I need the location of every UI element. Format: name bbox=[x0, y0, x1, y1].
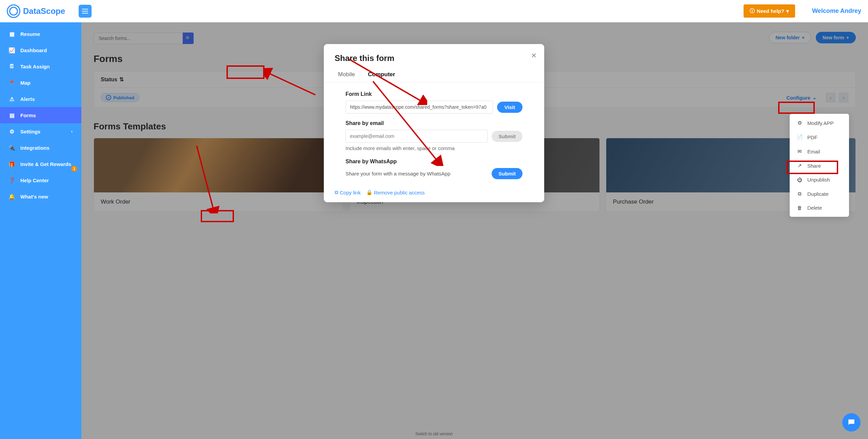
logo-icon bbox=[7, 4, 20, 18]
gear-icon: ⚙ bbox=[9, 128, 15, 134]
gift-icon: 🎁 bbox=[9, 161, 15, 167]
topbar: DataScope ⓘ Need help? ▾ Welcome Andrey bbox=[0, 0, 868, 22]
form-icon: ▤ bbox=[9, 112, 15, 118]
info-icon: ⓘ bbox=[750, 8, 755, 14]
tab-mobile[interactable]: Mobile bbox=[335, 69, 358, 82]
modal-tabs: Mobile Computer bbox=[324, 69, 544, 82]
tab-computer[interactable]: Computer bbox=[364, 69, 398, 82]
link-label: Copy link bbox=[340, 190, 361, 195]
need-help-button[interactable]: ⓘ Need help? ▾ bbox=[744, 4, 795, 18]
config-item-modify-app[interactable]: ⚙Modify APP bbox=[790, 116, 849, 130]
config-item-share[interactable]: ↗Share bbox=[790, 159, 849, 173]
pin-icon: 📍 bbox=[9, 80, 15, 86]
lock-icon: 🔒 bbox=[366, 189, 373, 195]
sidebar-item-label: Help Center bbox=[20, 177, 49, 183]
share-whatsapp-label: Share by WhatsApp bbox=[346, 159, 522, 165]
sidebar-item-label: Settings bbox=[20, 129, 40, 134]
brand-name: DataScope bbox=[23, 6, 65, 16]
sidebar-item-task-assign[interactable]: 🗓Task Assign bbox=[0, 58, 81, 75]
chart-icon: 📈 bbox=[9, 47, 15, 53]
sidebar-item-resume[interactable]: ▦Resume bbox=[0, 26, 81, 42]
chat-widget-button[interactable] bbox=[842, 413, 861, 432]
help-icon: ❓ bbox=[9, 177, 15, 183]
sidebar-item-label: Forms bbox=[20, 112, 36, 118]
badge: 1 bbox=[71, 166, 77, 172]
close-icon: ✕ bbox=[531, 52, 537, 59]
plug-icon: 🔌 bbox=[9, 145, 15, 151]
copy-icon: ⧉ bbox=[335, 189, 338, 195]
sidebar-item-settings[interactable]: ⚙Settings‹ bbox=[0, 123, 81, 140]
email-hint: Include more emails with enter, space or… bbox=[346, 145, 522, 151]
config-item-label: Delete bbox=[807, 205, 822, 211]
sidebar-item-dashboard[interactable]: 📈Dashboard bbox=[0, 42, 81, 58]
share-email-label: Share by email bbox=[346, 120, 522, 126]
config-item-label: Modify APP bbox=[807, 120, 834, 126]
email-submit-button[interactable]: Submit bbox=[492, 131, 522, 142]
sidebar: ▦Resume 📈Dashboard 🗓Task Assign 📍Map ⚠Al… bbox=[0, 22, 81, 439]
sidebar-item-label: Integrations bbox=[20, 145, 50, 151]
config-item-label: Unpublish bbox=[807, 177, 830, 183]
sidebar-item-forms[interactable]: ▤Forms bbox=[0, 107, 81, 123]
config-item-email[interactable]: ✉Email bbox=[790, 144, 849, 159]
chevron-down-icon: ▾ bbox=[786, 8, 789, 14]
need-help-label: Need help? bbox=[757, 8, 784, 14]
sidebar-item-label: Map bbox=[20, 80, 31, 86]
calendar-icon: 🗓 bbox=[9, 63, 15, 69]
welcome-text: Welcome Andrey bbox=[812, 7, 861, 15]
config-item-delete[interactable]: 🗑Delete bbox=[790, 201, 849, 215]
copy-link-button[interactable]: ⧉Copy link bbox=[335, 189, 361, 195]
brand-logo[interactable]: DataScope bbox=[7, 4, 65, 18]
sidebar-item-label: Task Assign bbox=[20, 64, 50, 69]
grid-icon: ▦ bbox=[9, 31, 15, 37]
close-button[interactable]: ✕ bbox=[531, 51, 537, 60]
sidebar-item-map[interactable]: 📍Map bbox=[0, 75, 81, 91]
config-item-label: Share bbox=[807, 163, 821, 169]
gear-icon: ⚙ bbox=[796, 120, 803, 126]
sidebar-item-invite[interactable]: 🎁Invite & Get Rewards bbox=[0, 156, 81, 172]
config-item-label: PDF bbox=[807, 134, 817, 140]
share-icon: ↗ bbox=[796, 163, 803, 169]
bell-icon: 🔔 bbox=[9, 193, 15, 200]
share-form-modal: ✕ Share this form Mobile Computer Form L… bbox=[324, 44, 544, 202]
visit-button[interactable]: Visit bbox=[497, 102, 522, 113]
config-item-label: Email bbox=[807, 149, 820, 154]
config-item-duplicate[interactable]: ⧉Duplicate bbox=[790, 187, 849, 201]
remove-access-button[interactable]: 🔒Remove public access bbox=[366, 189, 425, 195]
sidebar-item-integrations[interactable]: 🔌Integrations bbox=[0, 140, 81, 156]
trash-icon: 🗑 bbox=[796, 205, 803, 211]
modal-title: Share this form bbox=[335, 54, 533, 63]
configure-dropdown: ⚙Modify APP 📄PDF ✉Email ↗Share ⏻Unpublis… bbox=[790, 114, 849, 217]
menu-toggle-button[interactable] bbox=[79, 5, 92, 18]
form-link-label: Form Link bbox=[346, 91, 522, 97]
email-input[interactable] bbox=[346, 130, 488, 143]
form-link-input[interactable] bbox=[346, 101, 493, 113]
sidebar-item-whats-new[interactable]: 🔔What's new bbox=[0, 188, 81, 205]
sidebar-item-alerts[interactable]: ⚠Alerts bbox=[0, 91, 81, 107]
mail-icon: ✉ bbox=[796, 148, 803, 154]
config-item-pdf[interactable]: 📄PDF bbox=[790, 130, 849, 144]
config-item-label: Duplicate bbox=[807, 191, 829, 197]
link-label: Remove public access bbox=[374, 190, 425, 195]
copy-icon: ⧉ bbox=[796, 191, 803, 197]
sidebar-item-label: Invite & Get Rewards bbox=[20, 161, 71, 167]
whatsapp-text: Share your form with a message by WhatsA… bbox=[346, 171, 488, 176]
config-item-unpublish[interactable]: ⏻Unpublish bbox=[790, 173, 849, 187]
sidebar-item-label: Alerts bbox=[20, 96, 35, 102]
sidebar-item-label: Dashboard bbox=[20, 47, 47, 53]
pdf-icon: 📄 bbox=[796, 134, 803, 140]
sidebar-item-label: Resume bbox=[20, 31, 40, 37]
sidebar-item-label: What's new bbox=[20, 194, 48, 200]
warning-icon: ⚠ bbox=[9, 96, 15, 102]
sidebar-item-help-center[interactable]: ❓Help Center1 bbox=[0, 172, 81, 188]
power-icon: ⏻ bbox=[796, 177, 803, 183]
chat-icon bbox=[847, 418, 856, 427]
whatsapp-submit-button[interactable]: Submit bbox=[492, 168, 522, 179]
chevron-left-icon: ‹ bbox=[71, 129, 73, 134]
